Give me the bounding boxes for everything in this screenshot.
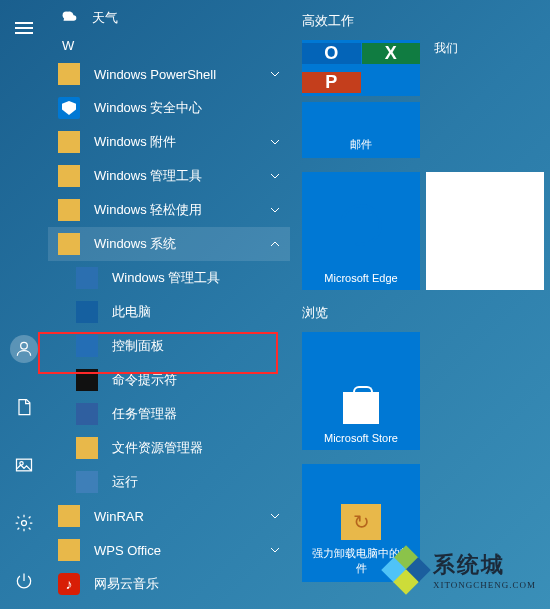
- svg-point-0: [21, 342, 28, 349]
- gear-icon: [14, 513, 34, 533]
- app-label: Windows 安全中心: [94, 99, 202, 117]
- folder-icon: [58, 63, 80, 85]
- app-label: Windows 系统: [94, 235, 176, 253]
- tile-label: Microsoft Edge: [308, 272, 414, 284]
- powerpoint-icon: P: [302, 72, 361, 93]
- sub-label: 控制面板: [112, 337, 164, 355]
- hamburger-button[interactable]: [4, 8, 44, 48]
- control-panel-icon: [76, 335, 98, 357]
- app-row-security[interactable]: Windows 安全中心: [48, 91, 290, 125]
- netease-icon: ♪: [58, 573, 80, 595]
- pictures-icon: [14, 455, 34, 475]
- tile-we[interactable]: 我们: [426, 40, 466, 158]
- folder-icon: [58, 199, 80, 221]
- watermark-url: XITONGCHENG.COM: [433, 580, 536, 590]
- avatar-icon: [10, 335, 38, 363]
- sub-label: Windows 管理工具: [112, 269, 220, 287]
- explorer-icon: [76, 437, 98, 459]
- app-row-winrar[interactable]: WinRAR: [48, 499, 290, 533]
- app-label: WinRAR: [94, 509, 144, 524]
- watermark: 系统城 XITONGCHENG.COM: [385, 549, 536, 591]
- tile-label: 邮件: [308, 137, 414, 152]
- watermark-logo-icon: [385, 549, 427, 591]
- section-letter[interactable]: W: [48, 32, 290, 57]
- weather-icon: [58, 7, 80, 29]
- group-label-browse[interactable]: 浏览: [302, 304, 544, 322]
- settings-button[interactable]: [4, 503, 44, 543]
- account-button[interactable]: [4, 329, 44, 369]
- sub-run[interactable]: 运行: [48, 465, 290, 499]
- power-button[interactable]: [4, 561, 44, 601]
- app-label: Windows 轻松使用: [94, 201, 202, 219]
- app-label: Windows 附件: [94, 133, 176, 151]
- app-row-ease[interactable]: Windows 轻松使用: [48, 193, 290, 227]
- chevron-down-icon: [270, 69, 280, 79]
- start-leftbar: [0, 0, 48, 609]
- tile-mail[interactable]: 邮件: [302, 102, 420, 158]
- app-label: 天气: [92, 9, 118, 27]
- watermark-title: 系统城: [433, 552, 505, 577]
- chevron-down-icon: [270, 137, 280, 147]
- app-label: Windows PowerShell: [94, 67, 216, 82]
- hamburger-icon: [15, 22, 33, 34]
- sub-control-panel[interactable]: 控制面板: [48, 329, 290, 363]
- outlook-icon: O: [302, 43, 361, 64]
- sub-taskmgr[interactable]: 任务管理器: [48, 397, 290, 431]
- folder-icon: [58, 233, 80, 255]
- folder-icon: [58, 131, 80, 153]
- sub-explorer[interactable]: 文件资源管理器: [48, 431, 290, 465]
- chevron-down-icon: [270, 205, 280, 215]
- tile-folders[interactable]: [426, 172, 544, 290]
- run-icon: [76, 471, 98, 493]
- tile-office[interactable]: O X P: [302, 40, 420, 96]
- tiles-area: 高效工作 O X P 邮件 我们 Microsoft Edge: [290, 0, 550, 609]
- tools-icon: [76, 267, 98, 289]
- tile-label: Microsoft Store: [308, 432, 414, 444]
- chevron-down-icon: [270, 545, 280, 555]
- app-label: WPS Office: [94, 543, 161, 558]
- document-icon: [14, 397, 34, 417]
- sub-label: 文件资源管理器: [112, 439, 203, 457]
- pictures-button[interactable]: [4, 445, 44, 485]
- excel-icon: X: [362, 43, 421, 64]
- uninstall-icon: [341, 504, 381, 540]
- chevron-down-icon: [270, 511, 280, 521]
- app-label: Windows 管理工具: [94, 167, 202, 185]
- folder-icon: [58, 165, 80, 187]
- app-row-weather[interactable]: 天气: [48, 4, 290, 32]
- sub-label: 此电脑: [112, 303, 151, 321]
- pc-icon: [76, 301, 98, 323]
- group-label-productivity[interactable]: 高效工作: [302, 12, 544, 30]
- sub-admin-tools[interactable]: Windows 管理工具: [48, 261, 290, 295]
- chevron-down-icon: [270, 171, 280, 181]
- app-row-wps[interactable]: WPS Office: [48, 533, 290, 567]
- app-list: 天气 W Windows PowerShell Windows 安全中心 Win…: [48, 0, 290, 609]
- tile-store[interactable]: Microsoft Store: [302, 332, 420, 450]
- sub-this-pc[interactable]: 此电脑: [48, 295, 290, 329]
- store-icon: [343, 392, 379, 424]
- app-label: 网易云音乐: [94, 575, 159, 593]
- folder-icon: [58, 539, 80, 561]
- app-row-accessories[interactable]: Windows 附件: [48, 125, 290, 159]
- sub-label: 运行: [112, 473, 138, 491]
- taskmgr-icon: [76, 403, 98, 425]
- tile-edge[interactable]: Microsoft Edge: [302, 172, 420, 290]
- folder-icon: [58, 505, 80, 527]
- sub-label: 命令提示符: [112, 371, 177, 389]
- svg-point-3: [22, 521, 27, 526]
- app-row-admintools[interactable]: Windows 管理工具: [48, 159, 290, 193]
- sub-cmd[interactable]: 命令提示符: [48, 363, 290, 397]
- documents-button[interactable]: [4, 387, 44, 427]
- power-icon: [14, 571, 34, 591]
- shield-icon: [58, 97, 80, 119]
- chevron-up-icon: [270, 239, 280, 249]
- edge-icon: [332, 196, 389, 253]
- app-row-netease[interactable]: ♪ 网易云音乐: [48, 567, 290, 601]
- sub-label: 任务管理器: [112, 405, 177, 423]
- app-row-system[interactable]: Windows 系统: [48, 227, 290, 261]
- app-row-powershell[interactable]: Windows PowerShell: [48, 57, 290, 91]
- cmd-icon: [76, 369, 98, 391]
